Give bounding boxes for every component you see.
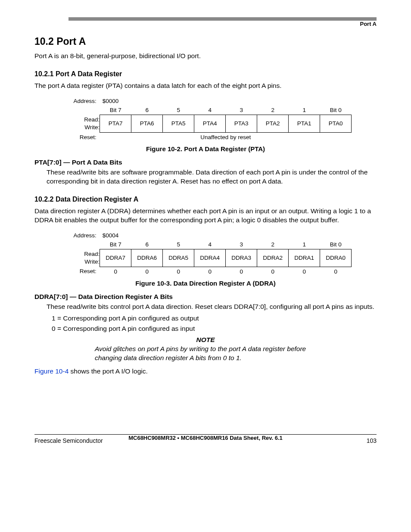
field-body-pta: These read/write bits are software progr… xyxy=(47,168,377,186)
page-header-right: Port A xyxy=(34,21,377,27)
bit-label: Bit 7 xyxy=(100,106,131,115)
bit-name: PTA2 xyxy=(257,115,289,132)
reset-value: 0 xyxy=(194,267,226,276)
bit-name: PTA0 xyxy=(320,115,352,132)
reset-value: 0 xyxy=(131,267,163,276)
reset-value: 0 xyxy=(100,267,131,276)
figure-caption-10-2: Figure 10-2. Port A Data Register (PTA) xyxy=(34,145,377,152)
bit-name: DDRA4 xyxy=(194,249,226,267)
field-title-ddra: DDRA[7:0] — Data Direction Register A Bi… xyxy=(34,293,377,301)
reset-value: 0 xyxy=(289,267,320,276)
note-heading: NOTE xyxy=(34,336,377,344)
field-line-1: 1 = Corresponding port A pin configured … xyxy=(52,314,377,323)
figure-reference-line: Figure 10-4 shows the port A I/O logic. xyxy=(34,367,377,376)
bit-label: 6 xyxy=(131,106,163,115)
subsection-10-2-1-intro: The port A data register (PTA) contains … xyxy=(34,81,377,90)
bit-name: PTA7 xyxy=(100,115,131,132)
bit-label: 1 xyxy=(289,106,320,115)
bit-label: 3 xyxy=(226,240,257,249)
bit-name: PTA1 xyxy=(289,115,320,132)
bit-name: DDRA0 xyxy=(320,249,352,267)
field-line-0: 0 = Corresponding port A pin configured … xyxy=(52,324,377,333)
section-heading: 10.2 Port A xyxy=(34,36,377,47)
write-label: Write: xyxy=(84,258,100,265)
bit-name: DDRA7 xyxy=(100,249,131,267)
register-diagram-pta: Address: $0000 Bit 7 6 5 4 3 2 1 Bit 0 R… xyxy=(59,96,352,142)
reset-label: Reset: xyxy=(59,132,100,142)
bit-label: 3 xyxy=(226,106,257,115)
bit-name: DDRA1 xyxy=(289,249,320,267)
address-value: $0004 xyxy=(100,231,352,240)
figure-caption-10-3: Figure 10-3. Data Direction Register A (… xyxy=(34,280,377,287)
bit-label: 6 xyxy=(131,240,163,249)
note-body: Avoid glitches on port A pins by writing… xyxy=(95,345,325,363)
read-label: Read: xyxy=(84,116,100,123)
bit-label: Bit 0 xyxy=(320,106,352,115)
subsection-10-2-2-heading: 10.2.2 Data Direction Register A xyxy=(34,196,377,203)
subsection-10-2-2-intro: Data direction register A (DDRA) determi… xyxy=(34,207,377,225)
reset-value: 0 xyxy=(163,267,194,276)
bit-name: PTA6 xyxy=(131,115,163,132)
write-label: Write: xyxy=(84,124,100,131)
address-value: $0000 xyxy=(100,96,352,106)
footer-left: Freescale Semiconductor xyxy=(34,437,103,444)
bit-label: 4 xyxy=(194,240,226,249)
bit-label: Bit 0 xyxy=(320,240,352,249)
section-intro: Port A is an 8-bit, general-purpose, bid… xyxy=(34,52,377,61)
figure-10-4-link[interactable]: Figure 10-4 xyxy=(34,367,68,375)
bit-label: 2 xyxy=(257,240,289,249)
bit-name: DDRA3 xyxy=(226,249,257,267)
bit-name: DDRA2 xyxy=(257,249,289,267)
bit-name: DDRA5 xyxy=(163,249,194,267)
field-title-pta: PTA[7:0] — Port A Data Bits xyxy=(34,159,377,166)
top-decorative-bar xyxy=(34,17,377,21)
reset-value: 0 xyxy=(320,267,352,276)
figure-reference-suffix: shows the port A I/O logic. xyxy=(68,367,148,375)
bit-name: DDRA6 xyxy=(131,249,163,267)
bit-label: 5 xyxy=(163,106,194,115)
address-label: Address: xyxy=(59,96,100,106)
bit-label: Bit 7 xyxy=(100,240,131,249)
reset-value: Unaffected by reset xyxy=(100,132,352,142)
bit-label: 5 xyxy=(163,240,194,249)
bit-label: 2 xyxy=(257,106,289,115)
reset-value: 0 xyxy=(226,267,257,276)
bit-name: PTA3 xyxy=(226,115,257,132)
bit-name: PTA4 xyxy=(194,115,226,132)
reset-label: Reset: xyxy=(59,267,100,276)
register-diagram-ddra: Address: $0004 Bit 7 6 5 4 3 2 1 Bit 0 R… xyxy=(59,231,352,276)
read-label: Read: xyxy=(84,251,100,257)
footer-page-number: 103 xyxy=(367,437,377,444)
address-label: Address: xyxy=(59,231,100,240)
field-body-ddra: These read/write bits control port A dat… xyxy=(47,302,377,311)
subsection-10-2-1-heading: 10.2.1 Port A Data Register xyxy=(34,70,377,78)
bit-label: 1 xyxy=(289,240,320,249)
bit-label: 4 xyxy=(194,106,226,115)
bit-name: PTA5 xyxy=(163,115,194,132)
reset-value: 0 xyxy=(257,267,289,276)
